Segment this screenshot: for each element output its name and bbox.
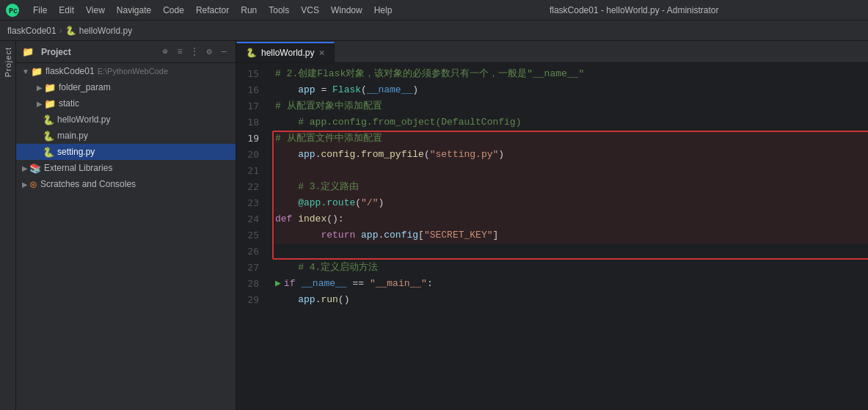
menu-navigate[interactable]: Navigate [112,4,156,17]
ln-28: 28 [236,276,263,292]
scope-icon[interactable]: ⊕ [159,46,171,58]
expand-icon[interactable]: ⋮ [189,46,200,58]
tree-file-main[interactable]: 🐍 main.py [16,128,236,144]
menu-view[interactable]: View [81,4,110,17]
folder-param-arrow: ▶ [37,84,43,92]
folder-static-label: static [59,98,79,109]
ln-29: 29 [236,292,263,308]
root-label: flaskCode01 [45,66,95,76]
code-line-27: # 4.定义启动方法 [275,260,868,276]
code-line-18: # app.config.from_object(DefaultConfig) [275,114,868,131]
menu-vcs[interactable]: VCS [296,4,324,17]
tree-folder-static[interactable]: ▶ 📁 static [16,95,236,111]
menu-edit[interactable]: Edit [54,4,79,17]
ln-23: 23 [236,195,263,211]
menu-window[interactable]: Window [326,4,368,17]
project-tab[interactable]: Project [0,41,16,410]
run-arrow-icon: ▶ [275,276,281,292]
project-tab-label: Project [4,47,12,77]
pycharm-logo: Pc [6,4,19,17]
folder-param-icon: 📁 [44,82,56,93]
ln-16: 16 [236,82,263,98]
folder-static-icon: 📁 [44,98,56,109]
breadcrumb-item-file[interactable]: helloWorld.py [79,26,132,36]
ln-19: 19 [236,131,263,147]
tree-root[interactable]: ▼ 📁 flaskCode01 E:\PythonWebCode [16,63,236,79]
tree-external-libraries[interactable]: ▶ 📚 External Libraries [16,160,236,176]
code-line-29: app.run() [275,292,868,308]
sidebar-toolbar: ⊕ ≡ ⋮ ⚙ — [159,46,230,58]
breadcrumb-separator: › [59,26,62,36]
menu-refactor[interactable]: Refactor [191,4,234,17]
window-title: flaskCode01 - helloWorld.py - Administra… [406,5,862,15]
line-numbers: 15 16 17 18 19 20 21 22 23 24 25 26 27 2… [236,63,269,410]
menu-code[interactable]: Code [158,4,189,17]
folder-param-label: folder_param [59,82,111,92]
helloworld-label: helloWorld.py [57,114,110,125]
main-label: main.py [57,131,88,141]
ext-lib-arrow: ▶ [22,164,28,172]
ln-22: 22 [236,179,263,195]
menu-run[interactable]: Run [236,4,262,17]
code-line-22: # 3.定义路由 [275,179,868,195]
ln-15: 15 [236,66,263,82]
scratches-icon: ⊛ [29,179,37,190]
ln-17: 17 [236,98,263,114]
sidebar: 📁 Project ⊕ ≡ ⋮ ⚙ — ▼ 📁 flaskCode01 E:\P… [16,41,236,410]
ln-18: 18 [236,114,263,131]
ln-27: 27 [236,260,263,276]
ln-20: 20 [236,147,263,163]
tree-folder-param[interactable]: ▶ 📁 folder_param [16,79,236,95]
ext-lib-label: External Libraries [44,163,112,173]
code-line-17: # 从配置对象中添加配置 [275,98,868,114]
menu-file[interactable]: File [28,4,52,17]
code-line-19: # 从配置文件中添加配置 [275,131,868,147]
root-folder-icon: 📁 [31,66,43,77]
tab-file-icon: 🐍 [246,48,257,58]
code-content[interactable]: # 2.创建Flask对象，该对象的必须参数只有一个，一般是"__name__"… [269,63,868,410]
code-line-16: app = Flask(__name__) [275,82,868,98]
code-line-24: def index(): [275,211,868,227]
title-bar: Pc File Edit View Navigate Code Refactor… [0,0,868,21]
tree-scratches[interactable]: ▶ ⊛ Scratches and Consoles [16,176,236,192]
ln-25: 25 [236,227,263,244]
folder-icon: 📁 [22,46,34,58]
setting-label: setting.py [57,147,95,157]
code-15-comment: # 2.创建Flask对象，该对象的必须参数只有一个，一般是"__name__" [275,66,584,82]
sidebar-title: Project [41,47,71,57]
helloworld-py-icon: 🐍 [43,114,54,125]
menu-help[interactable]: Help [369,4,398,17]
breadcrumb-item-project[interactable]: flaskCode01 [7,26,56,36]
settings-icon[interactable]: ⚙ [203,46,215,58]
code-line-25: return app.config["SECRET_KEY"] [275,227,868,244]
tree-file-setting[interactable]: 🐍 setting.py [16,144,236,160]
scratches-arrow: ▶ [22,180,28,188]
svg-text:Pc: Pc [9,7,18,15]
ext-lib-icon: 📚 [29,163,41,174]
editor-area: 🐍 helloWorld.py ✕ 15 16 17 18 19 20 21 2… [236,41,868,410]
ln-24: 24 [236,211,263,227]
root-arrow: ▼ [22,67,29,76]
code-line-23: @app.route("/") [275,195,868,211]
collapse-all-icon[interactable]: ≡ [174,46,186,58]
root-path: E:\PythonWebCode [98,67,168,76]
hide-icon[interactable]: — [218,46,230,58]
code-line-15: # 2.创建Flask对象，该对象的必须参数只有一个，一般是"__name__" [275,66,868,82]
tab-close-button[interactable]: ✕ [318,48,325,58]
ln-26: 26 [236,244,263,260]
breadcrumb-file-icon: 🐍 [65,26,76,36]
tab-label: helloWorld.py [261,48,314,58]
tab-bar: 🐍 helloWorld.py ✕ [236,41,868,63]
code-line-28: ▶ if __name__ == "__main__": [275,276,868,292]
code-line-20: app.config.from_pyfile("setting.py") [275,147,868,163]
menu-bar: File Edit View Navigate Code Refactor Ru… [28,4,397,17]
tree-file-helloworld[interactable]: 🐍 helloWorld.py [16,111,236,128]
sidebar-header: 📁 Project ⊕ ≡ ⋮ ⚙ — [16,41,236,63]
tab-helloworld[interactable]: 🐍 helloWorld.py ✕ [236,42,335,62]
setting-py-icon: 🐍 [43,147,54,158]
main-py-icon: 🐍 [43,131,54,142]
menu-tools[interactable]: Tools [263,4,294,17]
code-editor[interactable]: 15 16 17 18 19 20 21 22 23 24 25 26 27 2… [236,63,868,410]
scratches-label: Scratches and Consoles [40,179,136,189]
main-layout: Project 📁 Project ⊕ ≡ ⋮ ⚙ — ▼ 📁 flaskCod… [0,41,868,410]
